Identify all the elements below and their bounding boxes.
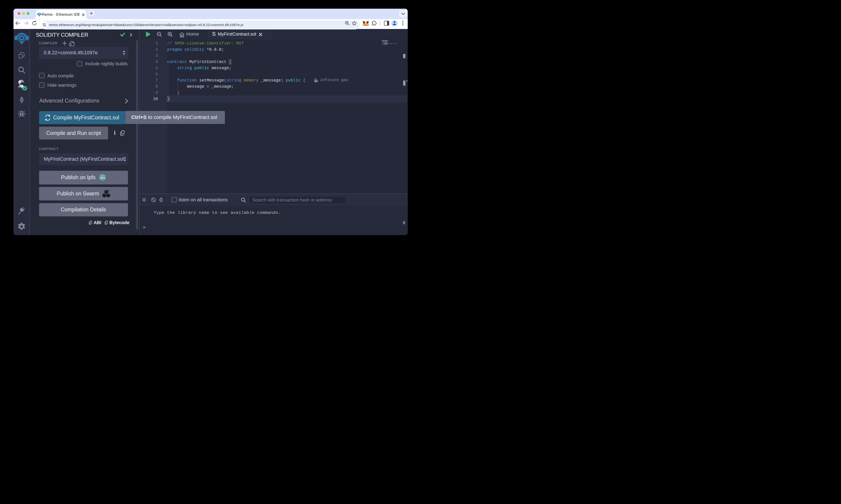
svg-text:IPFS: IPFS <box>100 177 105 179</box>
